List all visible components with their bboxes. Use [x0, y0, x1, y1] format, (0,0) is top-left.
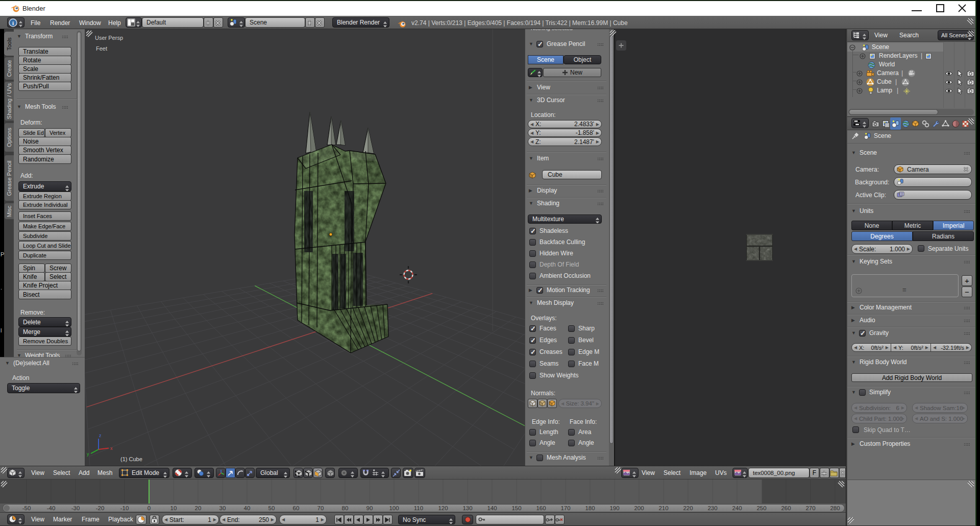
svg-text:130: 130: [462, 505, 472, 511]
svg-text:50: 50: [268, 505, 275, 511]
svg-text:i: i: [12, 20, 14, 26]
svg-text:270: 270: [805, 505, 815, 511]
svg-text:40: 40: [244, 505, 251, 511]
svg-text:10: 10: [170, 505, 177, 511]
svg-text:280: 280: [830, 505, 840, 511]
svg-text:-50: -50: [22, 505, 31, 511]
svg-text:z: z: [99, 433, 102, 438]
svg-text:220: 220: [683, 505, 693, 511]
svg-text:y: y: [87, 451, 89, 457]
svg-text:-10: -10: [120, 505, 129, 511]
svg-text:260: 260: [781, 505, 791, 511]
svg-text:90: 90: [366, 505, 373, 511]
svg-text:170: 170: [560, 505, 570, 511]
svg-text:0: 0: [148, 505, 151, 511]
svg-text:250: 250: [756, 505, 766, 511]
svg-text:150: 150: [511, 505, 521, 511]
svg-text:210: 210: [658, 505, 668, 511]
svg-text:80: 80: [342, 505, 349, 511]
svg-text:60: 60: [293, 505, 300, 511]
svg-text:230: 230: [707, 505, 717, 511]
svg-text:110: 110: [414, 505, 423, 511]
svg-text:120: 120: [438, 505, 448, 511]
svg-text:100: 100: [389, 505, 399, 511]
svg-text:20: 20: [195, 505, 202, 511]
svg-text:-30: -30: [71, 505, 80, 511]
svg-text:160: 160: [536, 505, 546, 511]
svg-text:70: 70: [317, 505, 324, 511]
svg-text:240: 240: [732, 505, 742, 511]
svg-text:-20: -20: [96, 505, 105, 511]
svg-text:x: x: [110, 446, 113, 451]
svg-text:180: 180: [585, 505, 595, 511]
svg-text:190: 190: [609, 505, 619, 511]
svg-text:140: 140: [487, 505, 497, 511]
svg-text:-40: -40: [47, 505, 56, 511]
svg-text:200: 200: [634, 505, 644, 511]
svg-text:30: 30: [219, 505, 226, 511]
